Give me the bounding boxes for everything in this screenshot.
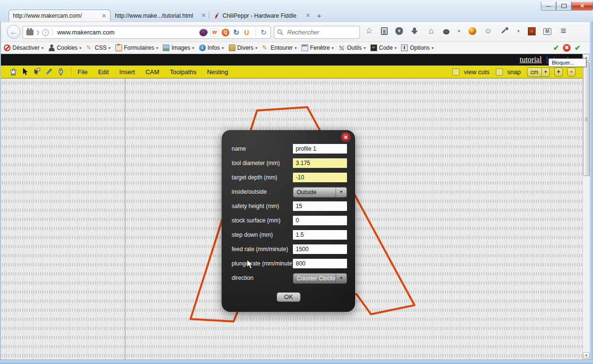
pen-nib-tool-icon[interactable] xyxy=(56,67,65,76)
devtoolbar-item-css[interactable]: ✎CSS▾ xyxy=(86,44,111,51)
devtoolbar-item-fen-tre[interactable]: Fenêtre▾ xyxy=(302,44,334,51)
devtoolbar-item-code[interactable]: Code▾ xyxy=(370,44,397,51)
url-input[interactable] xyxy=(56,28,200,36)
unit-dropdown[interactable]: cm ▼ xyxy=(527,67,550,77)
addon-smiley-icon[interactable]: ☺ xyxy=(484,27,492,35)
node-select-tool-icon[interactable] xyxy=(33,67,41,76)
menu-toolpaths[interactable]: Toolpaths xyxy=(170,68,197,76)
downloads-icon[interactable] xyxy=(411,27,419,35)
tab-close-icon[interactable]: ✕ xyxy=(201,12,206,19)
navigation-toolbar: ← ❯ i w Q ↻ U ↻ ☆∨⌂▾☺▾M≡ xyxy=(0,22,593,42)
devtoolbar-item-images[interactable]: Images▾ xyxy=(163,44,194,51)
home-icon[interactable]: ⌂ xyxy=(427,27,436,35)
pencil-tool-icon[interactable] xyxy=(45,67,53,76)
menu-cam[interactable]: CAM xyxy=(145,68,159,76)
pocket-icon[interactable]: ∨ xyxy=(395,27,403,35)
menu-file[interactable]: File xyxy=(78,68,88,76)
snap-checkbox[interactable] xyxy=(496,68,503,76)
feed-rate-mm-minute-input[interactable] xyxy=(293,244,347,254)
devtoolbar-item-outils[interactable]: Outils▾ xyxy=(338,44,366,51)
site-info-icon[interactable]: i xyxy=(42,29,49,36)
devtoolbar-item-label: Entourer xyxy=(271,44,293,51)
block-tooltip: Bloquer... xyxy=(548,58,586,67)
field-label: target depth (mm) xyxy=(232,174,277,181)
search-input[interactable] xyxy=(286,28,359,36)
chevron-down-icon: ▾ xyxy=(156,46,158,50)
addon-swirl-icon[interactable]: ↻ xyxy=(232,29,240,36)
pan-hand-tool-icon[interactable] xyxy=(9,67,17,76)
tab-close-icon[interactable]: ✕ xyxy=(306,12,310,19)
menu-edit[interactable]: Edit xyxy=(98,68,109,76)
devtoolbar-item-d-sactiver[interactable]: Désactiver▾ xyxy=(4,44,44,51)
tab-chilipeppr-hardware-fiddle[interactable]: ChiliPeppr - Hardware Fiddle✕ xyxy=(211,10,314,22)
devtoolbar-item-divers[interactable]: Divers▾ xyxy=(229,44,257,51)
scrollbar-thumb[interactable] xyxy=(583,62,590,176)
wd-window-icon xyxy=(302,44,308,51)
target-depth-mm-input[interactable] xyxy=(293,173,347,182)
addon-q-icon[interactable]: Q xyxy=(222,29,229,36)
direction-select[interactable]: Counter Clockwi▼ xyxy=(293,273,347,284)
menubar-right-controls: view cuts snap cm ▼ + - xyxy=(452,66,576,78)
tool-diameter-mm-input[interactable] xyxy=(293,158,347,168)
addon-square-icon[interactable] xyxy=(528,27,536,35)
url-bar[interactable]: ❯ i w Q ↻ U ↻ xyxy=(22,26,271,39)
addon-caret-icon[interactable]: ▾ xyxy=(457,27,461,35)
wd-info-icon: i xyxy=(199,44,206,51)
devtoolbar-item-label: Options xyxy=(410,44,429,51)
dialog-close-button[interactable]: ✕ xyxy=(341,132,350,142)
reading-list-icon[interactable] xyxy=(381,27,388,35)
addon-fly-icon[interactable] xyxy=(443,29,449,34)
app-menubar: FileEditInsertCAMToolpathsNesting view c… xyxy=(1,66,582,78)
new-tab-button[interactable]: + xyxy=(313,11,325,21)
devtoolbar-item-entourer[interactable]: ✎Entourer▾ xyxy=(262,44,297,51)
select-arrow-tool-icon[interactable] xyxy=(21,67,29,76)
bookmark-star-icon[interactable]: ☆ xyxy=(365,27,373,35)
back-button[interactable]: ← xyxy=(7,25,21,39)
wd-clipboard-icon xyxy=(115,44,122,51)
zoom-out-button[interactable]: - xyxy=(567,67,576,77)
devtoolbar-item-infos[interactable]: iInfos▾ xyxy=(199,44,224,51)
addon-zigzag-icon[interactable]: w xyxy=(210,28,219,37)
inside-outside-select[interactable]: Outside▼ xyxy=(293,187,347,198)
step-down-mm-input[interactable] xyxy=(293,230,347,240)
mail-icon[interactable]: M xyxy=(543,28,551,35)
field-label: safety height (mm) xyxy=(232,203,279,210)
reload-icon[interactable]: ↻ xyxy=(260,28,267,37)
valid-check-icon[interactable]: ✔ xyxy=(553,44,559,52)
zoom-in-button[interactable]: + xyxy=(554,67,563,77)
name-input[interactable] xyxy=(293,144,347,154)
chevron-icon: ❯ xyxy=(36,30,40,35)
tutorial-link[interactable]: tutorial xyxy=(520,55,542,64)
safety-height-mm-input[interactable] xyxy=(293,201,347,211)
devtoolbar-item-formulaires[interactable]: Formulaires▾ xyxy=(115,44,158,51)
color-picker-icon[interactable] xyxy=(500,27,509,35)
tab-close-icon[interactable]: ✕ xyxy=(102,13,106,19)
addon-u-icon[interactable]: U xyxy=(243,29,250,36)
stock-surface-mm-input[interactable] xyxy=(293,216,347,225)
plunge-rate-mm-minute-input[interactable] xyxy=(293,259,347,268)
valid-check-icon-2[interactable]: ✔ xyxy=(574,44,581,52)
chevron-down-icon: ▾ xyxy=(332,46,334,50)
menu-insert[interactable]: Insert xyxy=(119,68,135,76)
chevron-down-icon: ▼ xyxy=(336,274,347,283)
tab-http-www-makercam-com[interactable]: http://www.makercam.com/✕ xyxy=(9,10,111,22)
field-label: step down (mm) xyxy=(232,232,273,238)
search-bar[interactable] xyxy=(274,26,360,39)
dialog-row-feed-rate-mm-minute: feed rate (mm/minute) xyxy=(222,244,355,255)
addon-eggplant-icon[interactable] xyxy=(198,27,209,37)
devtoolbar-item-cookies[interactable]: Cookies▾ xyxy=(48,44,81,51)
ok-button[interactable]: OK xyxy=(277,292,301,302)
page-scrollbar[interactable]: ▲ ▼ xyxy=(582,54,590,360)
picker-caret-icon[interactable]: ▾ xyxy=(516,27,520,35)
tab-http-www-make-tutorial-html[interactable]: http://www.make.../tutorial.html✕ xyxy=(111,10,210,22)
error-cross-icon[interactable]: ✖ xyxy=(563,44,571,52)
page-action-lego-icon[interactable] xyxy=(26,30,34,35)
menu-nesting[interactable]: Nesting xyxy=(207,68,228,76)
devtoolbar-item-options[interactable]: Options▾ xyxy=(401,44,433,51)
chevron-down-icon: ▾ xyxy=(79,46,81,50)
view-cuts-checkbox[interactable] xyxy=(452,68,459,76)
addon-parrot-icon[interactable] xyxy=(469,27,476,35)
wd-screen-icon xyxy=(370,44,377,51)
scroll-down-button[interactable]: ▼ xyxy=(583,352,590,359)
menu-hamburger-icon[interactable]: ≡ xyxy=(559,27,568,35)
